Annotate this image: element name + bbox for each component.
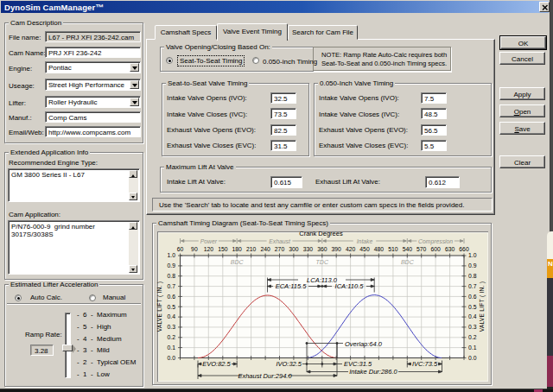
svg-text:300: 300	[289, 246, 299, 252]
svg-text:Intake: Intake	[357, 238, 373, 244]
svg-text:330: 330	[303, 246, 314, 252]
svg-text:ICA:110.5: ICA:110.5	[335, 282, 365, 290]
svg-text:Exhaust Dur:294.0: Exhaust Dur:294.0	[238, 372, 292, 380]
svg-text:Exhaust: Exhaust	[269, 238, 291, 244]
svg-text:0.1: 0.1	[168, 345, 176, 351]
svg-text:ECA:115.5: ECA:115.5	[276, 282, 308, 290]
svg-text:630: 630	[445, 246, 455, 252]
svg-text:660: 660	[459, 246, 469, 252]
svg-text:60: 60	[177, 246, 184, 252]
svg-text:540: 540	[403, 246, 413, 252]
svg-text:420: 420	[346, 246, 356, 252]
svg-text:210: 210	[246, 246, 257, 252]
svg-text:0.9: 0.9	[168, 262, 176, 269]
svg-text:0.9: 0.9	[468, 262, 477, 269]
svg-text:180: 180	[232, 246, 243, 252]
svg-text:IVC:73.5: IVC:73.5	[412, 360, 438, 368]
svg-text:IVO:32.5: IVO:32.5	[276, 360, 302, 368]
svg-text:0.8: 0.8	[468, 273, 477, 279]
svg-text:0.7: 0.7	[468, 283, 477, 289]
svg-text:1.0: 1.0	[168, 252, 176, 258]
svg-text:120: 120	[204, 246, 214, 252]
svg-text:0.6: 0.6	[468, 294, 477, 300]
svg-text:BDC: BDC	[401, 259, 415, 265]
svg-text:0.4: 0.4	[168, 313, 176, 319]
svg-text:0.7: 0.7	[168, 283, 176, 289]
svg-text:0.5: 0.5	[468, 304, 477, 310]
svg-text:0.3: 0.3	[468, 324, 477, 330]
svg-text:VALVE LIFT ( IN. ): VALVE LIFT ( IN. )	[479, 281, 486, 332]
svg-text:0.0: 0.0	[168, 355, 176, 361]
svg-text:600: 600	[430, 246, 441, 252]
svg-text:570: 570	[416, 246, 427, 252]
svg-text:VALVE LIFT ( IN. ): VALVE LIFT ( IN. )	[156, 281, 163, 332]
svg-text:TDC: TDC	[316, 259, 329, 265]
svg-text:90: 90	[191, 246, 198, 252]
svg-text:480: 480	[374, 246, 385, 252]
svg-text:1.0: 1.0	[468, 252, 477, 258]
svg-text:510: 510	[388, 246, 398, 252]
svg-text:150: 150	[218, 246, 228, 252]
svg-text:0.0: 0.0	[468, 355, 477, 361]
svg-text:0.6: 0.6	[168, 294, 176, 300]
svg-text:0.1: 0.1	[468, 345, 477, 351]
svg-text:Intake Dur:286.0: Intake Dur:286.0	[349, 368, 397, 376]
svg-text:0.3: 0.3	[168, 324, 176, 330]
svg-text:Power: Power	[200, 238, 218, 244]
svg-text:EVO:82.5: EVO:82.5	[202, 360, 231, 368]
svg-text:0.8: 0.8	[168, 273, 176, 279]
svg-text:450: 450	[359, 246, 370, 252]
svg-text:270: 270	[275, 246, 285, 252]
svg-text:0.2: 0.2	[468, 334, 477, 340]
svg-text:240: 240	[260, 246, 270, 252]
svg-text:Compression: Compression	[418, 238, 453, 245]
svg-text:LCA:113.0: LCA:113.0	[307, 276, 338, 284]
svg-text:0.4: 0.4	[468, 313, 477, 319]
svg-text:EVC:31.5: EVC:31.5	[344, 360, 372, 368]
svg-text:390: 390	[332, 246, 342, 252]
svg-text:Overlap:64.0: Overlap:64.0	[345, 340, 383, 348]
svg-text:Crank Degrees: Crank Degrees	[299, 230, 343, 237]
svg-text:0.2: 0.2	[168, 334, 176, 340]
svg-text:0.5: 0.5	[168, 304, 176, 310]
svg-text:360: 360	[317, 246, 327, 252]
svg-text:BDC: BDC	[231, 259, 245, 265]
